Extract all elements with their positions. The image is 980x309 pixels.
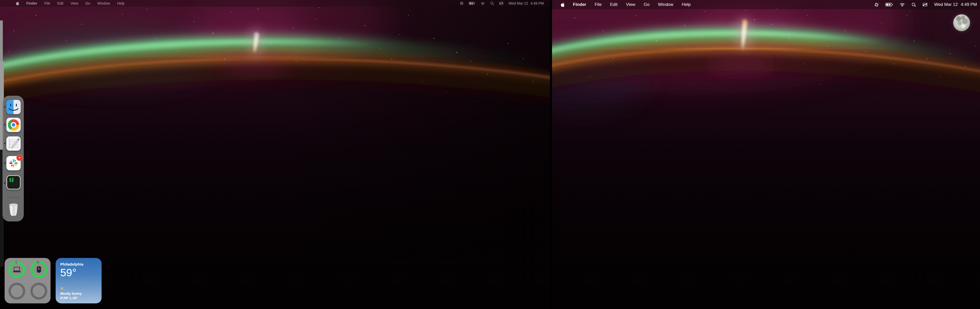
menu-go[interactable]: Go — [644, 2, 649, 7]
weather-widget[interactable]: Philadelphia 59° ☀ Mostly Sunny H:59° L:… — [56, 258, 102, 303]
menu-bar-clock[interactable]: Wed Mar 12 4:49 PM — [934, 2, 977, 7]
clock-date: Wed Mar 12 — [934, 2, 958, 7]
running-indicator — [4, 124, 5, 125]
search-icon[interactable] — [490, 2, 494, 5]
menu-app-name[interactable]: Finder — [26, 1, 37, 5]
search-icon[interactable] — [912, 3, 916, 7]
laptop-icon — [13, 267, 21, 272]
menu-file[interactable]: File — [595, 2, 601, 7]
dock: $ — [3, 96, 24, 221]
aurora-wallpaper-right — [552, 0, 980, 309]
weather-condition: Mostly Sunny — [60, 291, 97, 295]
dual-display-desktop: { "colors": { "battery_ring_green": "#2f… — [0, 0, 980, 309]
running-indicator — [4, 143, 5, 144]
left-display: Finder File Edit View Go Window Help — [0, 0, 550, 309]
battery-charging-icon[interactable] — [885, 3, 893, 6]
dock-terminal-icon[interactable]: $ — [6, 175, 21, 190]
weather-city: Philadelphia — [60, 262, 97, 266]
wifi-icon[interactable] — [900, 3, 905, 6]
dock-textedit-icon[interactable] — [6, 136, 21, 151]
menu-view[interactable]: View — [70, 1, 78, 5]
mouse-icon — [37, 266, 41, 273]
weather-high-low: H:59° L:42° — [60, 296, 97, 300]
dock-finder-icon[interactable] — [6, 100, 21, 114]
battery-ring-empty — [8, 283, 25, 299]
menu-window[interactable]: Window — [658, 2, 673, 7]
menu-go[interactable]: Go — [86, 1, 90, 5]
sunburst-icon[interactable] — [460, 2, 463, 5]
menu-file[interactable]: File — [45, 1, 50, 5]
apple-menu-icon[interactable] — [16, 1, 19, 5]
menu-view[interactable]: View — [626, 2, 635, 7]
menu-help[interactable]: Help — [682, 2, 690, 7]
terminal-prompt: $ — [9, 177, 12, 183]
menu-bar-clock[interactable]: Wed Mar 12 4:49 PM — [509, 1, 544, 5]
menu-window[interactable]: Window — [97, 1, 110, 5]
offscreen-window-edge-light[interactable] — [0, 21, 3, 62]
batteries-widget[interactable] — [5, 258, 51, 303]
menu-edit[interactable]: Edit — [610, 2, 617, 7]
running-indicator — [4, 106, 5, 108]
battery-ring-mouse — [30, 261, 47, 278]
slack-notification-badge — [16, 154, 23, 161]
menu-app-name[interactable]: Finder — [573, 2, 586, 7]
apple-menu-icon[interactable] — [561, 2, 565, 7]
clock-time: 4:49 PM — [961, 2, 977, 7]
menu-bar-right-display: Finder File Edit View Go Window Help — [552, 0, 980, 9]
clock-time: 4:49 PM — [531, 1, 544, 5]
wifi-icon[interactable] — [480, 2, 485, 5]
right-display: Finder File Edit View Go Window Help — [552, 0, 980, 309]
menu-bar-left-display: Finder File Edit View Go Window Help — [0, 0, 550, 6]
battery-ring-empty — [30, 283, 47, 299]
sunburst-icon[interactable] — [874, 3, 879, 7]
running-indicator — [4, 182, 5, 184]
menu-edit[interactable]: Edit — [57, 1, 63, 5]
chrome-logo — [8, 119, 19, 131]
control-center-icon[interactable] — [499, 2, 503, 5]
moon-desktop-picture[interactable] — [953, 14, 970, 31]
battery-ring-laptop — [8, 261, 25, 278]
sun-icon: ☀ — [60, 286, 97, 291]
clock-date: Wed Mar 12 — [509, 1, 528, 5]
weather-temperature: 59° — [60, 267, 97, 278]
menu-help[interactable]: Help — [117, 1, 124, 5]
dock-chrome-icon[interactable] — [6, 118, 21, 132]
battery-charging-icon[interactable] — [469, 2, 475, 5]
running-indicator — [4, 162, 5, 164]
control-center-icon[interactable] — [923, 3, 928, 6]
terminal-cursor — [12, 178, 13, 182]
dock-slack-icon[interactable] — [6, 156, 21, 170]
dock-trash-icon[interactable] — [6, 202, 21, 218]
